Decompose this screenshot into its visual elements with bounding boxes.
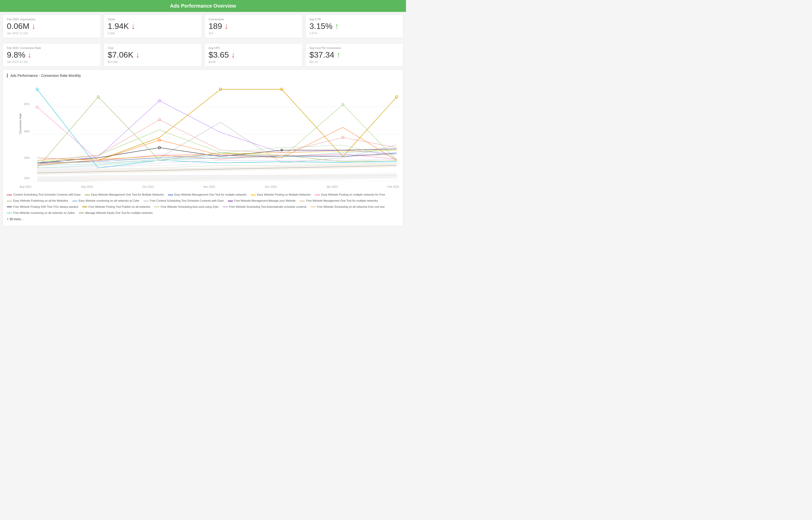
metric-value: 3.15% ↑ [310, 22, 399, 31]
metric-value: $7.06K ↓ [108, 50, 198, 59]
metric-label: Avg CPC [209, 46, 298, 49]
chart-section: Ads Performance - Conversion Rate Monthl… [3, 69, 403, 226]
legend-label: Manage Website Easily One Tool for multi… [85, 211, 153, 216]
metric-label: Avg CTR [310, 18, 399, 21]
x-label-feb: Feb 2023 [387, 185, 399, 188]
legend-color [79, 213, 84, 213]
legend-item: Free Website Scheduling on all networks … [311, 204, 384, 210]
legend-item: Easy Website Management One Tool for mul… [168, 192, 247, 197]
legend-item: Free Website Management One Tool for mul… [300, 198, 378, 203]
x-label-jan: Jan 2023 [326, 185, 338, 188]
x-label-oct: Oct 2022 [143, 185, 154, 188]
legend-label: Free Website Scheduling Auto post using … [161, 204, 219, 210]
y-label-58: 58% [24, 130, 30, 133]
metric-label: Feb 2023: Conversion Rate [7, 46, 97, 49]
legend-label: Free Website monitoring on all networks … [13, 211, 75, 216]
legend-label: Easy Website monitoring on all networks … [79, 198, 139, 203]
x-label-nov: Nov 2022 [203, 185, 215, 188]
legend-item: Manage Website Easily One Tool for multi… [79, 211, 153, 216]
legend-color [7, 201, 12, 201]
metric-card-2: Avg CPC $3.65 ↓ $3.88 [204, 43, 303, 67]
metric-card-1: Clicks 1.94K ↓ 3.36K [104, 15, 202, 38]
legend-more[interactable]: + 36 more... [7, 217, 399, 222]
y-label-34: 34% [24, 156, 30, 159]
legend-item: Easy Website Management One Tool for Mul… [85, 192, 164, 197]
legend-item: Free Website Posting Tool Publish on all… [82, 204, 150, 210]
metric-value: 9.8% ↓ [7, 50, 97, 59]
legend-label: Free Website Scheduling on all networks … [317, 204, 384, 210]
metric-prev: $13.05K [108, 60, 198, 63]
legend-label: Easy Website Management One Tool for Mul… [91, 192, 164, 197]
x-axis-labels: Aug 2022 Sep 2022 Oct 2022 Nov 2022 Dec … [20, 185, 399, 188]
legend-label: Free Website Management One Tool for mul… [306, 198, 378, 203]
legend-color [300, 201, 305, 201]
metric-label: Clicks [108, 18, 198, 21]
legend-color [7, 206, 12, 207]
legend-color [72, 201, 77, 201]
legend-item: Free Website Scheduling Auto post using … [154, 204, 219, 210]
metric-label: Cost [108, 46, 198, 49]
legend-label: Easy Website Publishing on all the Websi… [13, 198, 68, 203]
chart-title: Ads Performance - Conversion Rate Monthl… [7, 74, 399, 78]
legend-label: Free Website Scheduling Tool Automatical… [229, 204, 307, 210]
metric-label: Feb 2023: Impressions [7, 18, 97, 21]
legend-item: Free Website Management Manage your Webs… [228, 198, 296, 203]
legend-color [143, 201, 148, 201]
legend-color [168, 194, 173, 195]
metric-card-1: Cost $7.06K ↓ $13.05K [104, 43, 202, 67]
legend-label: Free Content Scheduling Tool Schedule Co… [150, 198, 224, 203]
metrics-row-1: Feb 2023: Impressions 0.06M ↓ Jan 2023: … [0, 12, 406, 41]
legend-item: Easy Website Posting on multiple network… [315, 192, 385, 197]
legend-label: Free Website Posting S/W That YOU always… [13, 204, 78, 210]
metric-label: Avg Cost Per Conversion [310, 46, 399, 49]
y-axis-label: Conversion Rate [19, 113, 22, 134]
legend-item: Free Content Scheduling Tool Schedule Co… [143, 198, 224, 203]
metric-card-3: Avg CTR 3.15% ↑ 2.97% [305, 15, 404, 38]
legend-color [7, 194, 12, 195]
legend-item: Free Website Posting S/W That YOU always… [7, 204, 78, 210]
metric-value: $3.65 ↓ [209, 50, 298, 59]
page-header: Ads Performance Overview [0, 0, 406, 12]
metric-prev: $3.88 [209, 60, 298, 63]
legend-item: Easy Website Publishing on all the Websi… [7, 198, 68, 203]
metric-prev: 2.97% [310, 32, 399, 35]
legend-item: Content Scheduling Tool Schedule Content… [7, 192, 81, 197]
legend-color [311, 206, 316, 207]
y-label-10: 10% [24, 177, 30, 180]
metric-card-2: Conversions 189 ↓ 414 [204, 15, 303, 38]
metric-value: $37.34 ↑ [310, 50, 399, 59]
legend-color [251, 194, 256, 195]
chart-container: 82% 58% 34% 10% Conversion Rate [7, 82, 399, 188]
legend-label: Free Website Posting Tool Publish on all… [88, 204, 150, 210]
svg-point-6 [396, 96, 398, 98]
legend-label: Free Website Management Manage your Webs… [234, 198, 296, 203]
legend-color [82, 206, 87, 207]
metric-prev: Jan 2023: 12.3% [7, 60, 97, 63]
svg-point-0 [36, 88, 38, 90]
metric-prev: $31.51 [310, 60, 399, 63]
page-title: Ads Performance Overview [170, 3, 236, 9]
legend-color [315, 194, 320, 195]
legend-item: Easy Website Posting on Multiple Network… [251, 192, 311, 197]
metric-value: 1.94K ↓ [108, 22, 198, 31]
metric-card-3: Avg Cost Per Conversion $37.34 ↑ $31.51 [305, 43, 404, 67]
legend-label: Easy Website Posting on multiple network… [321, 192, 385, 197]
legend-item: Free Website monitoring on all networks … [7, 211, 75, 216]
legend-item: Easy Website monitoring on all networks … [72, 198, 139, 203]
x-label-sep: Sep 2022 [81, 185, 93, 188]
metric-prev: Jan 2023: 0.11M [7, 32, 97, 35]
y-label-82: 82% [24, 102, 30, 106]
chart-svg [32, 82, 399, 183]
metric-value: 189 ↓ [209, 22, 298, 31]
legend-item: Free Website Scheduling Tool Automatical… [223, 204, 307, 210]
metric-prev: 414 [209, 32, 298, 35]
legend-color [228, 201, 233, 201]
metric-value: 0.06M ↓ [7, 22, 97, 31]
legend-label: Content Scheduling Tool Schedule Content… [13, 192, 81, 197]
x-label-aug: Aug 2022 [20, 185, 31, 188]
svg-point-1 [36, 106, 38, 108]
chart-plot [32, 82, 399, 183]
x-label-dec: Dec 2022 [265, 185, 277, 188]
y-axis: 82% 58% 34% 10% Conversion Rate [20, 82, 31, 183]
legend-label: Easy Website Management One Tool for mul… [174, 192, 247, 197]
